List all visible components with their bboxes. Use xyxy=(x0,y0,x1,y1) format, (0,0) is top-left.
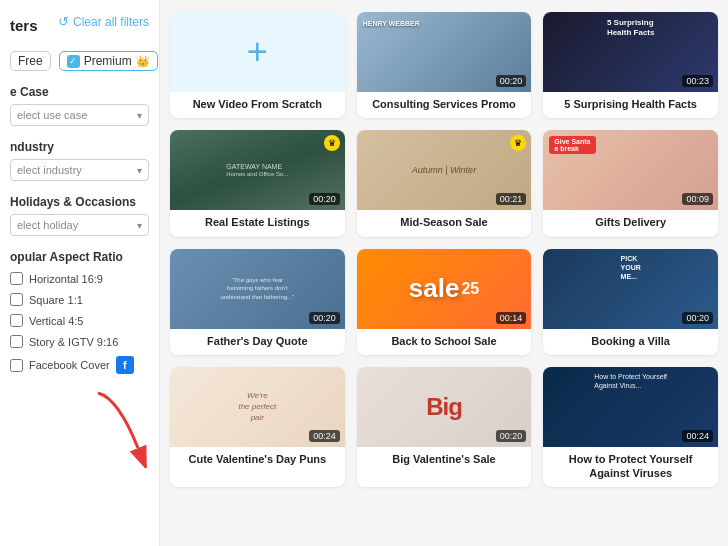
card-health[interactable]: 5 SurprisingHealth Facts 00:23 5 Surpris… xyxy=(543,12,718,118)
card-label-mid-season: Mid-Season Sale xyxy=(357,210,532,236)
card-label-villa: Booking a Villa xyxy=(543,329,718,355)
cute-val-text: We'rethe perfectpair xyxy=(238,390,276,424)
use-case-select-wrapper: elect use case xyxy=(10,104,149,126)
card-cute-val[interactable]: We'rethe perfectpair 00:24 Cute Valentin… xyxy=(170,367,345,488)
card-thumb-cute-val: We'rethe perfectpair 00:24 xyxy=(170,367,345,447)
sale-text: sale xyxy=(409,273,460,304)
card-thumb-consulting: HENRY WEBBER 00:20 xyxy=(357,12,532,92)
card-fathers[interactable]: "The guys who fearbecoming fathers don't… xyxy=(170,249,345,355)
aspect-fb-checkbox[interactable] xyxy=(10,359,23,372)
card-thumb-health: 5 SurprisingHealth Facts 00:23 xyxy=(543,12,718,92)
crown-icon: 👑 xyxy=(136,55,150,68)
card-thumb-big-val: Big 00:20 xyxy=(357,367,532,447)
card-label-back-school: Back to School Sale xyxy=(357,329,532,355)
card-label-cute-val: Cute Valentine's Day Puns xyxy=(170,447,345,473)
free-label: Free xyxy=(18,54,43,68)
clear-filters-label: Clear all filters xyxy=(73,15,149,29)
card-label-gifts: Gifts Delivery xyxy=(543,210,718,236)
consulting-name-overlay: HENRY WEBBER xyxy=(363,20,420,27)
new-video-thumb-inner: + xyxy=(170,12,345,92)
protect-text: How to Protect YourselfAgainst Virus... xyxy=(594,372,667,390)
card-consulting[interactable]: HENRY WEBBER 00:20 Consulting Services P… xyxy=(357,12,532,118)
sidebar-title: ters xyxy=(10,17,38,34)
card-label-fathers: Father's Day Quote xyxy=(170,329,345,355)
health-text: 5 SurprisingHealth Facts xyxy=(607,18,655,37)
holidays-select[interactable]: elect holiday xyxy=(10,214,149,236)
industry-section: ndustry elect industry xyxy=(10,140,149,181)
use-case-section: e Case elect use case xyxy=(10,85,149,126)
aspect-h169-checkbox[interactable] xyxy=(10,272,23,285)
aspect-s916-checkbox[interactable] xyxy=(10,335,23,348)
card-real-estate[interactable]: GATEWAY NAMEHomes and Office So... 00:20… xyxy=(170,130,345,236)
video-grid: + New Video From Scratch HENRY WEBBER 00… xyxy=(170,12,718,487)
real-estate-duration: 00:20 xyxy=(309,193,340,205)
card-villa[interactable]: PICKYOURME... 00:20 Booking a Villa xyxy=(543,249,718,355)
card-thumb-real-estate: GATEWAY NAMEHomes and Office So... 00:20… xyxy=(170,130,345,210)
holidays-select-wrapper: elect holiday xyxy=(10,214,149,236)
clear-filters-button[interactable]: ↺ Clear all filters xyxy=(58,14,149,29)
aspect-fb[interactable]: Facebook Cover f xyxy=(10,356,149,374)
aspect-s11-checkbox[interactable] xyxy=(10,293,23,306)
aspect-ratio-label: opular Aspect Ratio xyxy=(10,250,149,264)
filter-toggles: Free ✓ Premium 👑 xyxy=(10,51,149,71)
health-duration: 00:23 xyxy=(682,75,713,87)
holidays-label: Holidays & Occasions xyxy=(10,195,149,209)
card-thumb-fathers: "The guys who fearbecoming fathers don't… xyxy=(170,249,345,329)
plus-icon: + xyxy=(247,34,268,70)
free-toggle[interactable]: Free xyxy=(10,51,51,71)
give-santa-badge: Give Santaa break xyxy=(549,136,595,154)
check-icon: ✓ xyxy=(67,55,80,68)
aspect-v45[interactable]: Vertical 4:5 xyxy=(10,314,149,327)
back-school-duration: 00:14 xyxy=(496,312,527,324)
card-thumb-villa: PICKYOURME... 00:20 xyxy=(543,249,718,329)
industry-select[interactable]: elect industry xyxy=(10,159,149,181)
card-back-school[interactable]: sale 25 00:14 Back to School Sale xyxy=(357,249,532,355)
aspect-s916-label: Story & IGTV 9:16 xyxy=(29,336,118,348)
cute-val-duration: 00:24 xyxy=(309,430,340,442)
refresh-icon: ↺ xyxy=(58,14,69,29)
villa-text: PICKYOURME... xyxy=(621,254,641,281)
big-val-duration: 00:20 xyxy=(496,430,527,442)
aspect-s916[interactable]: Story & IGTV 9:16 xyxy=(10,335,149,348)
aspect-fb-label: Facebook Cover xyxy=(29,359,110,371)
big-val-text: Big xyxy=(426,393,462,421)
mid-season-duration: 00:21 xyxy=(496,193,527,205)
premium-toggle[interactable]: ✓ Premium 👑 xyxy=(59,51,158,71)
aspect-h169[interactable]: Horizontal 16:9 xyxy=(10,272,149,285)
aspect-s11[interactable]: Square 1:1 xyxy=(10,293,149,306)
real-estate-overlay: GATEWAY NAMEHomes and Office So... xyxy=(222,159,292,181)
use-case-select[interactable]: elect use case xyxy=(10,104,149,126)
card-new-video[interactable]: + New Video From Scratch xyxy=(170,12,345,118)
card-protect[interactable]: How to Protect YourselfAgainst Virus... … xyxy=(543,367,718,488)
fathers-duration: 00:20 xyxy=(309,312,340,324)
card-gifts[interactable]: Give Santaa break 00:09 Gifts Delivery xyxy=(543,130,718,236)
gifts-duration: 00:09 xyxy=(682,193,713,205)
use-case-label: e Case xyxy=(10,85,149,99)
aspect-h169-label: Horizontal 16:9 xyxy=(29,273,103,285)
industry-select-wrapper: elect industry xyxy=(10,159,149,181)
sidebar: ters ↺ Clear all filters Free ✓ Premium … xyxy=(0,0,160,546)
card-label-real-estate: Real Estate Listings xyxy=(170,210,345,236)
aspect-v45-checkbox[interactable] xyxy=(10,314,23,327)
premium-label: Premium xyxy=(84,54,132,68)
card-mid-season[interactable]: Autumn | Winter 00:21 ♛ Mid-Season Sale xyxy=(357,130,532,236)
mid-season-text: Autumn | Winter xyxy=(412,165,476,175)
industry-label: ndustry xyxy=(10,140,149,154)
card-label-health: 5 Surprising Health Facts xyxy=(543,92,718,118)
real-estate-premium: ♛ xyxy=(324,135,340,151)
card-thumb-mid-season: Autumn | Winter 00:21 ♛ xyxy=(357,130,532,210)
card-thumb-protect: How to Protect YourselfAgainst Virus... … xyxy=(543,367,718,447)
fathers-text: "The guys who fearbecoming fathers don't… xyxy=(216,272,298,305)
villa-duration: 00:20 xyxy=(682,312,713,324)
card-thumb-back-school: sale 25 00:14 xyxy=(357,249,532,329)
card-label-big-val: Big Valentine's Sale xyxy=(357,447,532,473)
sale-number: 25 xyxy=(461,280,479,298)
card-big-val[interactable]: Big 00:20 Big Valentine's Sale xyxy=(357,367,532,488)
protect-duration: 00:24 xyxy=(682,430,713,442)
card-label-protect: How to Protect Yourself Against Viruses xyxy=(543,447,718,488)
card-label-new-video: New Video From Scratch xyxy=(170,92,345,118)
card-thumb-new-video: + xyxy=(170,12,345,92)
aspect-ratio-section: opular Aspect Ratio Horizontal 16:9 Squa… xyxy=(10,250,149,374)
facebook-icon: f xyxy=(116,356,134,374)
holidays-section: Holidays & Occasions elect holiday xyxy=(10,195,149,236)
